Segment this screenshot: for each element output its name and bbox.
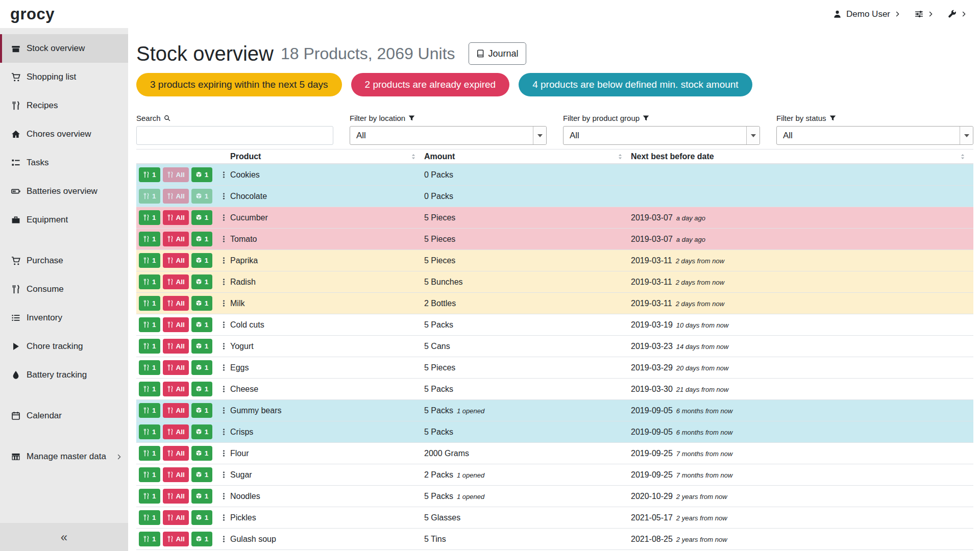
consume-one-button[interactable]: 1: [139, 446, 160, 461]
sidebar-item-tasks[interactable]: Tasks: [0, 148, 128, 177]
open-one-button[interactable]: 1: [191, 360, 213, 375]
sidebar-item-calendar[interactable]: Calendar: [0, 402, 128, 430]
open-one-button[interactable]: 1: [191, 317, 213, 332]
sidebar-item-recipes[interactable]: Recipes: [0, 91, 128, 120]
row-menu-button[interactable]: [219, 191, 229, 201]
sidebar-item-equipment[interactable]: Equipment: [0, 206, 128, 234]
consume-all-button[interactable]: All: [163, 339, 189, 354]
consume-all-button[interactable]: All: [163, 467, 189, 482]
consume-all-button[interactable]: All: [163, 296, 189, 311]
consume-one-button[interactable]: 1: [139, 339, 160, 354]
consume-one-button[interactable]: 1: [139, 317, 160, 332]
open-one-button[interactable]: 1: [191, 382, 213, 396]
consume-one-button[interactable]: 1: [139, 467, 160, 482]
consume-one-button[interactable]: 1: [139, 489, 160, 504]
open-one-button[interactable]: 1: [191, 424, 213, 439]
row-menu-button[interactable]: [219, 448, 229, 458]
consume-all-button[interactable]: All: [163, 532, 189, 546]
sidebar-item-purchase[interactable]: Purchase: [0, 246, 128, 275]
consume-one-button[interactable]: 1: [139, 274, 160, 289]
open-one-button[interactable]: 1: [191, 467, 213, 482]
consume-one-button[interactable]: 1: [139, 253, 160, 268]
consume-all-button[interactable]: All: [163, 360, 189, 375]
row-menu-button[interactable]: [219, 406, 229, 415]
consume-all-button[interactable]: All: [163, 382, 189, 396]
sidebar-item-chore-tracking[interactable]: Chore tracking: [0, 332, 128, 361]
open-one-button[interactable]: 1: [191, 210, 213, 225]
journal-button[interactable]: Journal: [469, 42, 526, 65]
sidebar-item-batteries-overview[interactable]: Batteries overview: [0, 177, 128, 206]
sidebar-item-shopping-list[interactable]: Shopping list: [0, 63, 128, 91]
consume-all-button[interactable]: All: [163, 274, 189, 289]
consume-all-button[interactable]: All: [163, 317, 189, 332]
open-one-button[interactable]: 1: [191, 510, 213, 525]
open-one-button[interactable]: 1: [191, 274, 213, 289]
open-one-button-label: 1: [205, 535, 209, 543]
consume-all-button[interactable]: All: [163, 446, 189, 461]
status-filter-select[interactable]: All: [776, 126, 973, 145]
row-menu-button[interactable]: [219, 513, 229, 522]
sidebar-item-consume[interactable]: Consume: [0, 275, 128, 304]
open-one-button[interactable]: 1: [191, 489, 213, 504]
consume-one-button[interactable]: 1: [139, 360, 160, 375]
sidebar-item-manage-master-data[interactable]: Manage master data: [0, 442, 128, 471]
row-menu-button[interactable]: [219, 534, 229, 544]
row-menu-button[interactable]: [219, 491, 229, 501]
consume-one-button[interactable]: 1: [139, 403, 160, 418]
pill-expired[interactable]: 2 products are already expired: [351, 73, 510, 96]
consume-one-button[interactable]: 1: [139, 232, 160, 246]
user-menu[interactable]: Demo User: [833, 9, 900, 19]
consume-one-button[interactable]: 1: [139, 510, 160, 525]
row-menu-button[interactable]: [219, 427, 229, 437]
open-one-button[interactable]: 1: [191, 403, 213, 418]
sidebar-item-battery-tracking[interactable]: Battery tracking: [0, 361, 128, 389]
row-menu-button[interactable]: [219, 384, 229, 394]
app-logo[interactable]: grocy: [10, 5, 55, 23]
consume-one-button[interactable]: 1: [139, 424, 160, 439]
admin-tools-menu[interactable]: [948, 10, 967, 18]
sidebar-item-chores-overview[interactable]: Chores overview: [0, 120, 128, 148]
consume-all-button[interactable]: All: [163, 253, 189, 268]
open-one-button[interactable]: 1: [191, 446, 213, 461]
row-menu-button[interactable]: [219, 363, 229, 372]
pill-below-min[interactable]: 4 products are below defined min. stock …: [519, 73, 752, 96]
open-one-button[interactable]: 1: [191, 167, 213, 182]
consume-one-button[interactable]: 1: [139, 382, 160, 396]
column-header-amount[interactable]: Amount: [424, 149, 631, 163]
row-menu-button[interactable]: [219, 234, 229, 244]
row-menu-button[interactable]: [219, 320, 229, 330]
row-menu-button[interactable]: [219, 470, 229, 480]
consume-all-button[interactable]: All: [163, 489, 189, 504]
row-menu-button[interactable]: [219, 256, 229, 265]
consume-all-button[interactable]: All: [163, 510, 189, 525]
row-menu-button[interactable]: [219, 341, 229, 351]
open-one-button[interactable]: 1: [191, 532, 213, 546]
display-settings-menu[interactable]: [915, 10, 934, 18]
sidebar-collapse-button[interactable]: «: [0, 523, 128, 551]
column-header-product[interactable]: Product: [230, 149, 424, 163]
row-menu-button[interactable]: [219, 298, 229, 308]
sidebar-item-stock-overview[interactable]: Stock overview: [0, 34, 128, 63]
consume-all-button[interactable]: All: [163, 210, 189, 225]
consume-one-button[interactable]: 1: [139, 210, 160, 225]
row-menu-button[interactable]: [219, 277, 229, 287]
consume-one-button[interactable]: 1: [139, 167, 160, 182]
consume-all-button[interactable]: All: [163, 403, 189, 418]
consume-one-button[interactable]: 1: [139, 532, 160, 546]
search-input[interactable]: [136, 126, 333, 145]
product-group-filter-select[interactable]: All: [563, 126, 760, 145]
open-one-button[interactable]: 1: [191, 339, 213, 354]
open-one-button[interactable]: 1: [191, 296, 213, 311]
open-one-button[interactable]: 1: [191, 253, 213, 268]
column-header-next-best-before-date[interactable]: Next best before date: [631, 149, 973, 163]
open-one-button[interactable]: 1: [191, 232, 213, 246]
sidebar-item-inventory[interactable]: Inventory: [0, 304, 128, 332]
consume-all-button[interactable]: All: [163, 232, 189, 246]
table-row: 1All1Gulash soup5 Tins2021-08-252 years …: [136, 529, 973, 550]
row-menu-button[interactable]: [219, 213, 229, 222]
row-menu-button[interactable]: [219, 170, 229, 180]
consume-one-button[interactable]: 1: [139, 296, 160, 311]
pill-expiring[interactable]: 3 products expiring within the next 5 da…: [136, 73, 342, 96]
location-filter-select[interactable]: All: [350, 126, 547, 145]
consume-all-button[interactable]: All: [163, 424, 189, 439]
